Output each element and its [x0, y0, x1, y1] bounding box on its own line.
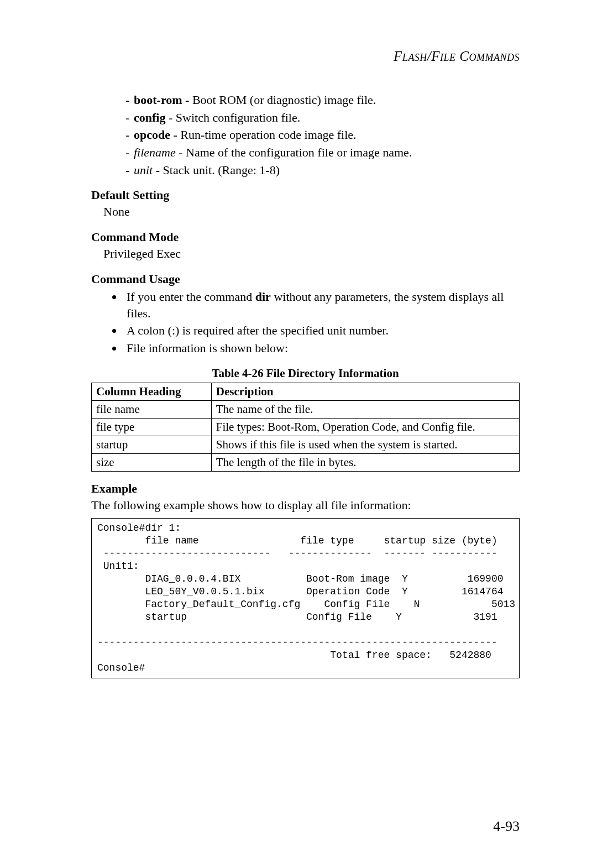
def-term: opcode	[134, 128, 170, 142]
table-row: startup Shows if this file is used when …	[92, 436, 520, 453]
table-cell: file type	[92, 418, 212, 436]
example-heading: Example	[91, 482, 520, 496]
def-item: - config - Switch configuration file.	[122, 109, 520, 126]
def-term: boot-rom	[134, 93, 182, 107]
def-item: - opcode - Run-time operation code image…	[122, 127, 520, 143]
usage-item: A colon (:) is required after the specif…	[123, 322, 520, 339]
table-row: size The length of the file in bytes.	[92, 453, 520, 471]
command-usage-heading: Command Usage	[91, 272, 520, 286]
table-cell: File types: Boot-Rom, Operation Code, an…	[211, 418, 519, 436]
command-mode-heading: Command Mode	[91, 230, 520, 244]
table-header-cell: Description	[211, 383, 519, 400]
def-term: config	[134, 111, 165, 124]
command-mode-body: Privileged Exec	[103, 245, 520, 262]
table-header-cell: Column Heading	[92, 383, 212, 400]
page-header: Flash/File Commands	[91, 49, 520, 64]
table-row: file type File types: Boot-Rom, Operatio…	[92, 418, 520, 436]
table-cell: The length of the file in bytes.	[211, 453, 519, 471]
example-intro: The following example shows how to displ…	[91, 498, 520, 513]
def-desc: - Stack unit. (Range: 1-8)	[153, 163, 280, 177]
usage-item: File information is shown below:	[123, 340, 520, 357]
table-caption: Table 4-26 File Directory Information	[91, 367, 520, 380]
usage-item: If you enter the command dir without any…	[123, 289, 520, 321]
table-cell: file name	[92, 400, 212, 418]
table-cell: startup	[92, 436, 212, 453]
page-number: 4-93	[493, 818, 520, 835]
def-term: filename	[134, 145, 176, 159]
console-output: Console#dir 1: file name file type start…	[91, 518, 520, 678]
command-usage-list: If you enter the command dir without any…	[91, 289, 520, 357]
def-desc: - Boot ROM (or diagnostic) image file.	[182, 93, 376, 107]
table-header-row: Column Heading Description	[92, 383, 520, 400]
def-term: unit	[134, 163, 153, 177]
default-setting-heading: Default Setting	[91, 188, 520, 202]
table-cell: size	[92, 453, 212, 471]
def-desc: - Switch configuration file.	[165, 111, 300, 124]
def-item: - boot-rom - Boot ROM (or diagnostic) im…	[122, 92, 520, 108]
def-desc: - Name of the configuration file or imag…	[176, 145, 412, 159]
table-cell: The name of the file.	[211, 400, 519, 418]
def-desc: - Run-time operation code image file.	[170, 128, 357, 142]
def-item: - filename - Name of the configuration f…	[122, 144, 520, 161]
def-item: - unit - Stack unit. (Range: 1-8)	[122, 162, 520, 179]
table-row: file name The name of the file.	[92, 400, 520, 418]
table-cell: Shows if this file is used when the syst…	[211, 436, 519, 453]
definitions-list: - boot-rom - Boot ROM (or diagnostic) im…	[122, 92, 520, 178]
file-directory-table: Column Heading Description file name The…	[91, 383, 520, 472]
default-setting-body: None	[103, 203, 520, 220]
